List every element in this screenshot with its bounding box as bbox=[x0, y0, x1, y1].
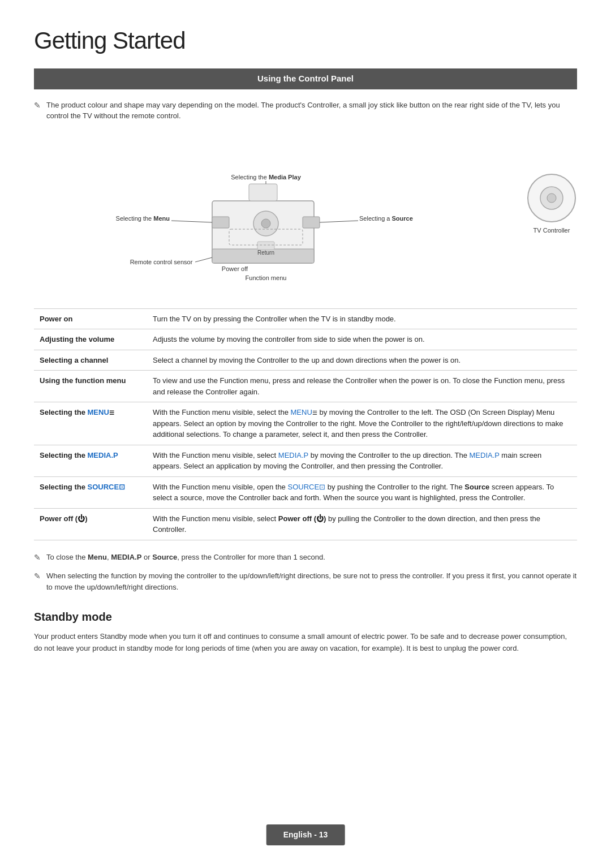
svg-rect-7 bbox=[303, 217, 320, 228]
svg-line-12 bbox=[171, 221, 212, 222]
svg-rect-2 bbox=[249, 184, 277, 201]
table-definition: With the Function menu visible, open the… bbox=[147, 476, 577, 508]
standby-title: Standby mode bbox=[34, 608, 577, 625]
page-title: Getting Started bbox=[34, 23, 577, 58]
table-term: Selecting a channel bbox=[34, 350, 147, 371]
table-row: Selecting a channel Select a channel by … bbox=[34, 350, 577, 371]
table-term: Using the function menu bbox=[34, 371, 147, 402]
table-definition: Turn the TV on by pressing the Controlle… bbox=[147, 308, 577, 329]
info-table: Power on Turn the TV on by pressing the … bbox=[34, 308, 577, 540]
tv-controller-svg bbox=[526, 173, 577, 224]
control-panel-diagram: Selecting the Media Play Selecting the M… bbox=[34, 133, 577, 291]
tv-controller-label: TV Controller bbox=[533, 226, 570, 235]
svg-text:Remote control sensor: Remote control sensor bbox=[130, 259, 193, 265]
page-footer: English - 13 bbox=[266, 824, 345, 845]
table-definition: To view and use the Function menu, press… bbox=[147, 371, 577, 402]
svg-text:Power off: Power off bbox=[222, 265, 248, 272]
table-definition: With the Function menu visible, select t… bbox=[147, 402, 577, 445]
table-definition: With the Function menu visible, select P… bbox=[147, 508, 577, 540]
standby-text: Your product enters Standby mode when yo… bbox=[34, 631, 577, 655]
table-row: Power on Turn the TV on by pressing the … bbox=[34, 308, 577, 329]
svg-text:Function menu: Function menu bbox=[246, 274, 287, 281]
svg-text:Selecting the Menu: Selecting the Menu bbox=[116, 215, 170, 222]
svg-text:Selecting the Media Play: Selecting the Media Play bbox=[231, 174, 301, 181]
svg-rect-6 bbox=[257, 242, 274, 250]
table-term: Selecting the MEDIA.P bbox=[34, 445, 147, 476]
table-definition: Adjusts the volume by moving the control… bbox=[147, 329, 577, 350]
intro-note: The product colour and shape may vary de… bbox=[34, 100, 577, 122]
diagram-svg: Selecting the Media Play Selecting the M… bbox=[105, 133, 444, 286]
table-row: Adjusting the volume Adjusts the volume … bbox=[34, 329, 577, 350]
table-term: Adjusting the volume bbox=[34, 329, 147, 350]
table-term: Selecting the MENU☰ bbox=[34, 402, 147, 445]
table-term: Power off (⏻) bbox=[34, 508, 147, 540]
notes-section: To close the Menu, MEDIA.P or Source, pr… bbox=[34, 552, 577, 593]
table-definition: Select a channel by moving the Controlle… bbox=[147, 350, 577, 371]
svg-text:Selecting a Source: Selecting a Source bbox=[359, 215, 413, 222]
note-1: To close the Menu, MEDIA.P or Source, pr… bbox=[34, 552, 577, 563]
table-row: Selecting the MENU☰ With the Function me… bbox=[34, 402, 577, 445]
svg-rect-3 bbox=[212, 217, 229, 228]
svg-point-5 bbox=[261, 219, 270, 228]
svg-line-19 bbox=[195, 257, 212, 262]
note-2: When selecting the function by moving th… bbox=[34, 570, 577, 592]
section-header: Using the Control Panel bbox=[34, 68, 577, 89]
table-term: Power on bbox=[34, 308, 147, 329]
svg-text:Return: Return bbox=[257, 250, 274, 256]
table-row: Using the function menu To view and use … bbox=[34, 371, 577, 402]
table-definition: With the Function menu visible, select M… bbox=[147, 445, 577, 476]
svg-point-22 bbox=[547, 194, 556, 203]
table-row: Power off (⏻) With the Function menu vis… bbox=[34, 508, 577, 540]
svg-line-14 bbox=[320, 221, 358, 222]
table-row: Selecting the MEDIA.P With the Function … bbox=[34, 445, 577, 476]
table-row: Selecting the SOURCE⊡ With the Function … bbox=[34, 476, 577, 508]
table-term: Selecting the SOURCE⊡ bbox=[34, 476, 147, 508]
